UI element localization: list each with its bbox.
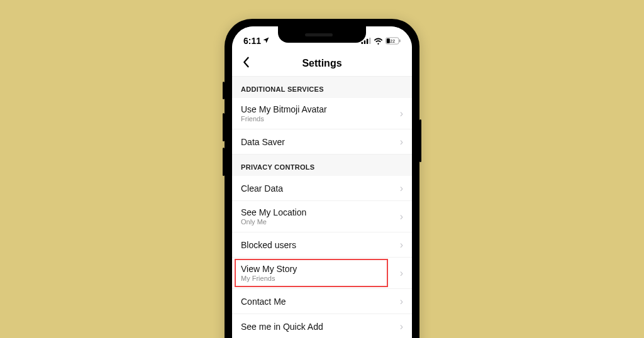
row-view-my-story[interactable]: View My Story My Friends › [232,258,412,289]
chevron-right-icon: › [400,239,403,251]
svg-rect-1 [364,40,366,44]
row-see-my-location[interactable]: See My Location Only Me › [232,201,412,232]
row-label: Use My Bitmoji Avatar [241,104,327,114]
row-data-saver[interactable]: Data Saver › [232,129,412,155]
wifi-icon [374,38,383,45]
settings-content: ADDITIONAL SERVICES Use My Bitmoji Avata… [232,77,412,338]
section-header-additional-services: ADDITIONAL SERVICES [232,77,412,98]
row-label: Clear Data [241,183,283,194]
row-label: See me in Quick Add [241,322,323,332]
row-label: View My Story [241,264,297,274]
chevron-right-icon: › [400,321,403,332]
page-title: Settings [302,58,341,69]
chevron-right-icon: › [400,211,403,222]
battery-icon: 22 [386,37,401,45]
row-label: See My Location [241,207,306,217]
chevron-right-icon: › [400,108,403,119]
row-clear-data[interactable]: Clear Data › [232,176,412,201]
chevron-left-icon [242,57,250,68]
mute-switch [223,82,225,99]
chevron-right-icon: › [400,183,403,194]
phone-frame: 6:11 [225,19,419,338]
row-label: Data Saver [241,137,285,147]
row-sub: Friends [241,115,327,123]
svg-rect-0 [362,42,364,44]
chevron-right-icon: › [400,296,403,307]
svg-rect-5 [399,40,401,42]
row-sub: My Friends [241,275,297,282]
row-contact-me[interactable]: Contact Me › [232,289,412,314]
battery-text: 22 [390,39,395,43]
notch [278,26,366,43]
row-label: Contact Me [241,297,286,307]
back-button[interactable] [237,53,255,74]
status-time: 6:11 [243,36,261,46]
svg-rect-3 [369,38,371,44]
chevron-right-icon: › [400,268,403,279]
volume-down-button [223,148,225,176]
row-label: Blocked users [241,240,296,250]
row-sub: Only Me [241,218,306,226]
row-blocked-users[interactable]: Blocked users › [232,232,412,258]
volume-up-button [223,113,225,141]
power-button [419,119,421,162]
section-header-privacy-controls: PRIVACY CONTROLS [232,155,412,176]
svg-rect-2 [367,39,369,44]
svg-rect-6 [387,38,390,43]
row-see-me-in-quick-add[interactable]: See me in Quick Add › [232,314,412,338]
location-icon [262,36,270,46]
phone-screen: 6:11 [232,26,412,338]
row-use-my-bitmoji-avatar[interactable]: Use My Bitmoji Avatar Friends › [232,98,412,129]
chevron-right-icon: › [400,136,403,148]
nav-header: Settings [232,50,412,77]
